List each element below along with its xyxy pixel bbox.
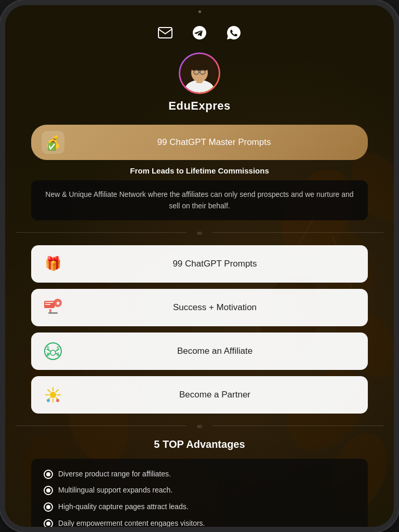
profile-section: EduExpres	[5, 47, 394, 121]
advantage-item-3: High-quality capture pages attract leads…	[44, 502, 355, 512]
advantages-box: Diverse product range for affiliates. Mu…	[31, 459, 368, 527]
status-bar	[5, 5, 394, 16]
divider-2: ∞	[5, 422, 394, 430]
menu-item-affiliate-icon: $ $ $ $	[42, 340, 64, 363]
advantage-bullet-2	[44, 486, 53, 495]
advantages-section: 5 TOP Advantages Diverse product range f…	[31, 438, 368, 527]
menu-item-chatgpt[interactable]: 🎁 99 ChatGPT Prompts	[31, 245, 368, 283]
avatar	[180, 54, 219, 92]
advantage-item-1: Diverse product range for affiliates.	[44, 469, 355, 480]
description-text: New & Unique Affiliate Network where the…	[42, 189, 357, 212]
advantage-text-1: Diverse product range for affiliates.	[58, 469, 171, 480]
divider-symbol-2: ∞	[197, 422, 202, 430]
svg-rect-25	[45, 302, 54, 303]
tablet-frame: EduExpres 💰 ✅ 99 ChatGPT Master Prompts …	[0, 0, 399, 532]
menu-item-success[interactable]: ★ Success + Motivation	[31, 289, 368, 326]
menu-item-chatgpt-label: 99 ChatGPT Prompts	[72, 259, 357, 269]
svg-point-41	[50, 392, 56, 398]
advantage-text-3: High-quality capture pages attract leads…	[58, 502, 189, 512]
whatsapp-icon[interactable]	[224, 23, 243, 42]
svg-point-36	[50, 350, 56, 355]
advantages-title: 5 TOP Advantages	[31, 438, 368, 450]
svg-point-51	[56, 399, 59, 402]
advantage-text-2: Multilingual support expands reach.	[58, 485, 172, 496]
menu-item-success-icon: ★	[42, 296, 64, 319]
advantage-item-4: Daily empowerment content engages visito…	[44, 518, 355, 527]
svg-rect-30	[48, 312, 58, 314]
svg-point-50	[47, 399, 50, 402]
advantage-bullet-4	[44, 519, 53, 527]
description-box: New & Unique Affiliate Network where the…	[31, 180, 368, 220]
menu-items-list: 🎁 99 ChatGPT Prompts ★ Success + Motiv	[31, 245, 368, 414]
featured-card-label: 99 ChatGPT Master Prompts	[71, 137, 357, 148]
menu-item-affiliate-label: Become an Affiliate	[72, 346, 357, 356]
social-icons-row	[5, 16, 394, 47]
email-icon[interactable]	[156, 23, 175, 42]
menu-item-partner-icon	[42, 383, 64, 406]
menu-item-affiliate[interactable]: $ $ $ $ Become an Affiliate	[31, 332, 368, 370]
advantage-bullet-1	[44, 470, 53, 479]
svg-text:★: ★	[56, 300, 61, 306]
description-title: From Leads to Lifetime Commissions	[31, 166, 368, 175]
advantage-item-2: Multilingual support expands reach.	[44, 485, 355, 496]
description-section: From Leads to Lifetime Commissions New &…	[31, 166, 368, 220]
svg-rect-20	[191, 64, 208, 71]
avatar-wrapper	[179, 52, 220, 94]
menu-item-chatgpt-icon: 🎁	[42, 252, 64, 275]
svg-rect-26	[45, 304, 50, 305]
status-dot	[198, 10, 201, 13]
svg-rect-14	[158, 28, 172, 38]
divider-symbol: ∞	[197, 229, 202, 237]
telegram-icon[interactable]	[190, 23, 209, 42]
featured-card[interactable]: 💰 ✅ 99 ChatGPT Master Prompts	[31, 125, 368, 160]
menu-item-success-label: Success + Motivation	[72, 302, 357, 313]
advantage-text-4: Daily empowerment content engages visito…	[58, 518, 205, 527]
tablet-screen: EduExpres 💰 ✅ 99 ChatGPT Master Prompts …	[5, 5, 394, 527]
featured-card-icon: 💰 ✅	[42, 131, 64, 154]
menu-item-partner[interactable]: Become a Partner	[31, 376, 368, 414]
profile-name: EduExpres	[168, 99, 230, 113]
divider-1: ∞	[5, 229, 394, 237]
svg-line-48	[56, 390, 58, 392]
svg-line-46	[48, 390, 50, 392]
advantage-bullet-3	[44, 502, 53, 512]
menu-item-partner-label: Become a Partner	[72, 390, 357, 400]
